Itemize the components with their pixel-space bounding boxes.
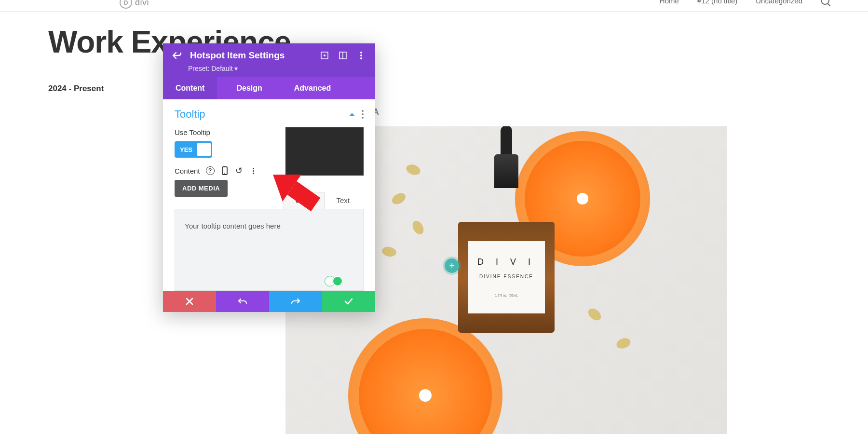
expand-icon[interactable] (319, 50, 330, 61)
nav-home[interactable]: Home (660, 0, 679, 5)
tooltip-content-editor[interactable]: Your tooltip content goes here (175, 209, 364, 291)
field-menu-icon[interactable] (249, 166, 258, 175)
tab-content[interactable]: Content (163, 77, 217, 99)
tab-advanced[interactable]: Advanced (282, 77, 343, 99)
section-menu-icon[interactable] (362, 110, 364, 119)
product-tagline: DIVINE ESSENCE (479, 274, 533, 279)
redo-button[interactable] (269, 291, 322, 312)
svg-point-6 (360, 57, 362, 59)
svg-point-4 (360, 52, 362, 54)
cancel-button[interactable] (163, 291, 216, 312)
hotspot-settings-modal: Hotspot Item Settings Preset: Default ▾ … (163, 43, 375, 312)
modal-title: Hotspot Item Settings (190, 50, 312, 61)
svg-point-8 (224, 173, 225, 174)
preset-selector[interactable]: Preset: Default ▾ (188, 65, 366, 72)
nav-item-2[interactable]: #12 (no title) (697, 0, 737, 5)
responsive-icon[interactable] (220, 166, 229, 175)
confirm-button[interactable] (322, 291, 375, 312)
section-tooltip-title[interactable]: Tooltip (175, 108, 349, 121)
top-nav: Home #12 (no title) Uncategorized (660, 0, 829, 5)
tab-design[interactable]: Design (224, 77, 274, 99)
settings-tabs: Content Design Advanced (163, 77, 375, 99)
product-bottle: D I V I DIVINE ESSENCE 1.7 fl oz | 50mL (458, 178, 555, 333)
search-icon[interactable] (821, 0, 829, 5)
help-icon[interactable]: ? (206, 166, 215, 175)
toggle-value: YES (180, 146, 192, 153)
content-field-label: Content (175, 167, 200, 175)
undo-button[interactable] (216, 291, 269, 312)
svg-point-1 (324, 54, 326, 56)
more-options-icon[interactable] (356, 50, 366, 61)
editor-placeholder-text: Your tooltip content goes here (185, 222, 281, 230)
product-size: 1.7 fl oz | 50mL (495, 294, 518, 297)
toggle-knob (197, 143, 211, 156)
split-view-icon[interactable] (338, 50, 348, 61)
add-media-button[interactable]: ADD MEDIA (175, 180, 228, 197)
logo-icon: D (120, 0, 132, 9)
hotspot-marker[interactable]: + (445, 258, 459, 273)
brand-logo[interactable]: D divi (120, 0, 149, 9)
reset-icon[interactable]: ↺ (235, 166, 244, 175)
svg-point-5 (360, 54, 362, 56)
back-arrow-icon[interactable] (172, 50, 182, 61)
orange-slice-decor (348, 318, 502, 434)
collapse-icon[interactable] (349, 113, 355, 116)
brand-name: divi (135, 0, 149, 8)
product-brand: D I V I (477, 257, 535, 267)
use-tooltip-toggle[interactable]: YES (175, 141, 212, 158)
editor-tab-text[interactable]: Text (325, 192, 361, 209)
nav-item-3[interactable]: Uncategorized (756, 0, 802, 5)
dark-tooltip-preview (285, 127, 364, 176)
editor-status-pills[interactable] (325, 276, 343, 286)
